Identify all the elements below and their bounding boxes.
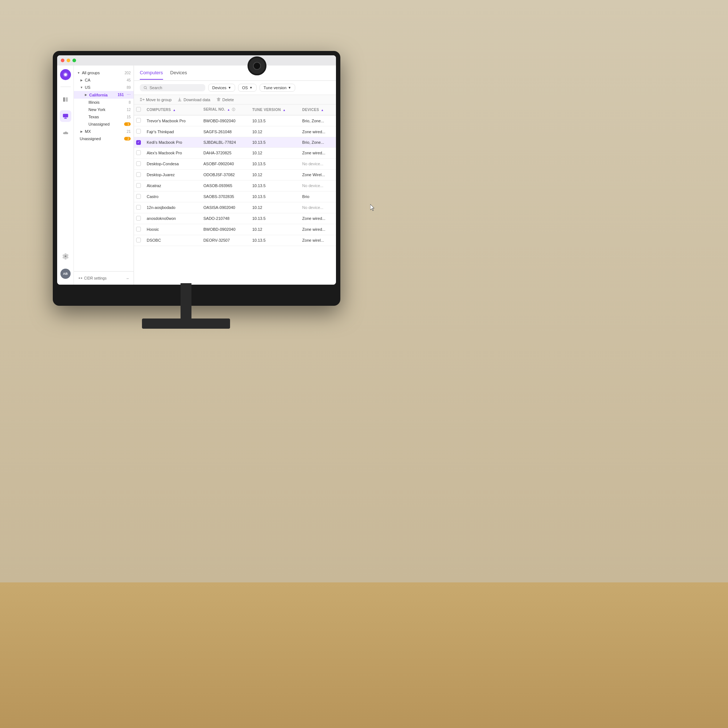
new-york-count: 12 xyxy=(124,108,131,112)
row-checkbox[interactable] xyxy=(136,129,141,134)
table-row[interactable]: Desktop-Juarez ODOBJSF-37082 10.12 Zone … xyxy=(134,169,336,180)
row-checkbox[interactable] xyxy=(136,227,141,231)
download-data-button[interactable]: Download data xyxy=(177,97,210,102)
row-checkbox-cell[interactable] xyxy=(134,158,143,169)
cidr-settings-button[interactable]: CIDR settings → xyxy=(77,274,131,282)
table-row[interactable]: Fajr's Thinkpad SAGFS-261048 10.12 Zone … xyxy=(134,126,336,137)
tune-sort-arrow: ▲ xyxy=(283,109,286,112)
row-serial-no: SADO-210748 xyxy=(200,213,249,224)
row-checkbox[interactable]: ✓ xyxy=(136,140,141,145)
row-checkbox[interactable] xyxy=(136,216,141,220)
california-label: California xyxy=(89,93,108,97)
app-logo[interactable] xyxy=(60,69,71,80)
table-row[interactable]: anosdokno0won SADO-210748 10.13.5 Zone w… xyxy=(134,213,336,224)
search-input[interactable] xyxy=(150,86,202,90)
tree-item-unassigned-root[interactable]: Unassigned 2 xyxy=(74,135,134,142)
row-tune-version: 10.13.5 xyxy=(249,180,298,191)
row-checkbox[interactable] xyxy=(136,183,141,188)
delete-button[interactable]: Delete xyxy=(216,97,234,102)
row-checkbox-cell[interactable] xyxy=(134,115,143,126)
row-checkbox[interactable] xyxy=(136,118,141,123)
mx-count: 21 xyxy=(124,130,131,134)
row-checkbox-cell[interactable] xyxy=(134,213,143,224)
screen: AB ▼ All groups 202 ▶ CA 45 xyxy=(57,55,336,284)
col-devices[interactable]: Devices ▲ xyxy=(298,104,336,115)
tune-version-filter-button[interactable]: Tune version ▼ xyxy=(260,84,295,92)
delete-label: Delete xyxy=(222,98,234,102)
col-computers[interactable]: Computers ▲ xyxy=(143,104,200,115)
col-serial-no[interactable]: Serial No. ▲ ⓘ xyxy=(200,104,249,115)
unassigned-root-label: Unassigned xyxy=(80,136,101,141)
row-devices: Zone wired... xyxy=(298,224,336,235)
move-to-group-button[interactable]: Move to group xyxy=(140,97,171,102)
row-serial-no: ODOBJSF-37082 xyxy=(200,169,249,180)
tree-item-illinois[interactable]: Illinois 8 xyxy=(74,99,134,106)
svg-rect-14 xyxy=(217,99,220,101)
table-header-row: Computers ▲ Serial No. ▲ ⓘ Tune Version xyxy=(134,104,336,115)
row-checkbox[interactable] xyxy=(136,150,141,155)
california-more-icon[interactable]: ⋯ xyxy=(127,92,131,97)
row-checkbox-cell[interactable] xyxy=(134,147,143,158)
tab-devices[interactable]: Devices xyxy=(170,66,187,80)
table-row[interactable]: Alex's Macbook Pro DAHA-3720825 10.12 Zo… xyxy=(134,147,336,158)
devices-filter-button[interactable]: Devices ▼ xyxy=(208,84,235,92)
row-checkbox-cell[interactable] xyxy=(134,235,143,246)
table-row[interactable]: Castro SAOBS-3702835 10.13.5 Brio xyxy=(134,191,336,202)
serial-sort-arrow: ▲ xyxy=(227,108,230,112)
table-row[interactable]: 12n-aosjbodado OASISA-0902040 10.12 No d… xyxy=(134,202,336,213)
search-box[interactable] xyxy=(140,84,205,91)
tree-item-mx[interactable]: ▶ MX 21 xyxy=(74,128,134,135)
row-checkbox[interactable] xyxy=(136,205,141,210)
select-all-checkbox[interactable] xyxy=(136,107,141,112)
row-serial-no: ASOBF-0902040 xyxy=(200,158,249,169)
tree-item-new-york[interactable]: New York 12 xyxy=(74,106,134,113)
tree-all-groups[interactable]: ▼ All groups 202 xyxy=(74,69,134,76)
sidebar-item-cloud[interactable] xyxy=(60,127,71,139)
table-row[interactable]: Hoosic BWOBD-0902040 10.12 Zone wired... xyxy=(134,224,336,235)
ca-count: 45 xyxy=(124,78,131,82)
monitor-stand-neck xyxy=(180,283,191,320)
tree-item-unassigned-us[interactable]: Unassigned 1 xyxy=(74,121,134,128)
table-row[interactable]: DSOBC DEORV-32507 10.13.5 Zone wirel... xyxy=(134,235,336,246)
row-computer-name: anosdokno0won xyxy=(143,213,200,224)
row-checkbox-cell[interactable] xyxy=(134,224,143,235)
sidebar-item-books[interactable] xyxy=(60,93,71,105)
row-serial-no: DAHA-3720825 xyxy=(200,147,249,158)
row-checkbox-cell[interactable] xyxy=(134,126,143,137)
table-container: Computers ▲ Serial No. ▲ ⓘ Tune Version xyxy=(134,104,336,284)
sidebar-item-computers[interactable] xyxy=(60,110,71,122)
tree-item-texas[interactable]: Texas 15 xyxy=(74,113,134,121)
row-checkbox[interactable] xyxy=(136,161,141,166)
table-row[interactable]: Alcatraz OASOB-093965 10.13.5 No device.… xyxy=(134,180,336,191)
col-tune-version[interactable]: Tune Version ▲ xyxy=(249,104,298,115)
row-checkbox-cell[interactable] xyxy=(134,191,143,202)
table-row[interactable]: Trevor's Macbook Pro BWOBD-0902040 10.13… xyxy=(134,115,336,126)
toolbar: Devices ▼ OS ▼ Tune version ▼ xyxy=(134,81,336,95)
settings-button[interactable] xyxy=(60,251,70,262)
user-avatar[interactable]: AB xyxy=(60,269,70,279)
tree-item-california[interactable]: ▶ California 151 ⋯ xyxy=(74,91,134,99)
illinois-label: Illinois xyxy=(89,100,100,104)
action-bar: Move to group Download data xyxy=(134,95,336,104)
row-computer-name: Fajr's Thinkpad xyxy=(143,126,200,137)
select-all-header[interactable] xyxy=(134,104,143,115)
row-tune-version: 10.13.5 xyxy=(249,213,298,224)
row-checkbox-cell[interactable] xyxy=(134,180,143,191)
os-filter-button[interactable]: OS ▼ xyxy=(238,84,257,92)
row-checkbox-cell[interactable] xyxy=(134,202,143,213)
webcam xyxy=(248,57,266,75)
tree-item-ca[interactable]: ▶ CA 45 xyxy=(74,76,134,84)
tab-computers[interactable]: Computers xyxy=(140,66,163,80)
table-row[interactable]: Desktop-Condesa ASOBF-0902040 10.13.5 No… xyxy=(134,158,336,169)
row-checkbox-cell[interactable] xyxy=(134,169,143,180)
row-tune-version: 10.13.5 xyxy=(249,115,298,126)
table-row[interactable]: ✓ Kedi's Macbook Pro SJBDALBL-77824 10.1… xyxy=(134,137,336,148)
row-checkbox[interactable] xyxy=(136,172,141,177)
devices-sort-arrow: ▲ xyxy=(321,109,324,112)
row-checkbox[interactable] xyxy=(136,238,141,242)
row-checkbox-cell[interactable]: ✓ xyxy=(134,137,143,148)
webcam-lens xyxy=(253,62,261,70)
tree-item-us[interactable]: ▼ US 89 xyxy=(74,84,134,91)
row-checkbox[interactable] xyxy=(136,194,141,199)
texas-count: 15 xyxy=(124,115,131,119)
